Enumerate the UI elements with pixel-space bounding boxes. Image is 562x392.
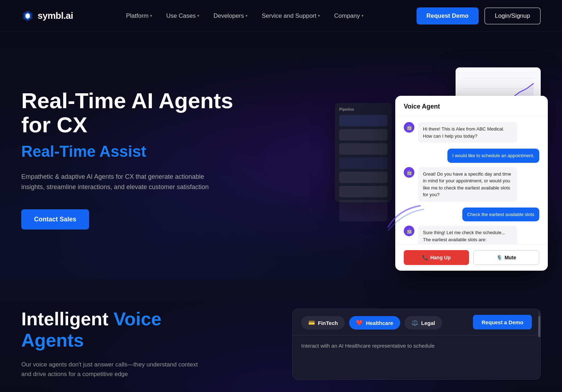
mic-icon: 🎙️ xyxy=(496,255,502,260)
hang-up-button[interactable]: 📞 Hang Up xyxy=(404,250,469,265)
request-demo-button[interactable]: Request Demo xyxy=(417,7,479,24)
scrollbar xyxy=(538,309,540,335)
heart-icon: ❤️ xyxy=(356,320,363,326)
mute-button[interactable]: 🎙️ Mute xyxy=(473,250,539,265)
agent-avatar: 🤖 xyxy=(404,167,414,178)
voice-agent-title: Voice Agent xyxy=(404,103,539,110)
section2-description: Our voice agents don't just answer calls… xyxy=(21,360,206,379)
tab-fintech[interactable]: 💳 FinTech xyxy=(301,316,345,330)
header-actions: Request Demo Login/Signup xyxy=(417,7,541,24)
nav-developers[interactable]: Developers ▾ xyxy=(208,10,253,22)
nav-service-support[interactable]: Service and Support ▾ xyxy=(256,10,326,22)
section2-left: Intelligent Voice Agents Our voice agent… xyxy=(21,309,206,379)
header: symbl.ai Platform ▾ Use Cases ▾ Develope… xyxy=(0,0,562,32)
section2: Intelligent Voice Agents Our voice agent… xyxy=(0,280,562,392)
hero-section: Real-Time AI Agents for CX Real-Time Ass… xyxy=(0,32,562,280)
logo[interactable]: symbl.ai xyxy=(21,10,73,22)
hero-left: Real-Time AI Agents for CX Real-Time Ass… xyxy=(21,67,241,230)
hero-description: Empathetic & adaptive AI Agents for CX t… xyxy=(21,172,220,192)
chevron-down-icon: ▾ xyxy=(362,13,364,18)
main-nav: Platform ▾ Use Cases ▾ Developers ▾ Serv… xyxy=(120,10,369,22)
tab-healthcare[interactable]: ❤️ Healthcare xyxy=(349,316,400,330)
demo-tabs: 💳 FinTech ❤️ Healthcare ⚖️ Legal Request… xyxy=(293,309,540,336)
scrollbar-thumb xyxy=(538,316,540,337)
demo-card-body: Interact with an AI Healthcare represent… xyxy=(293,336,540,356)
hero-title: Real-Time AI Agents for CX xyxy=(21,89,241,137)
scales-icon: ⚖️ xyxy=(412,320,418,326)
logo-icon xyxy=(21,10,34,22)
login-signup-button[interactable]: Login/Signup xyxy=(484,7,541,24)
agent-bubble: Hi there! This is Alex from ABC Medical.… xyxy=(418,122,517,143)
user-bubble: Check the earliest available slots xyxy=(462,208,539,222)
chevron-down-icon: ▾ xyxy=(246,13,248,18)
nav-company[interactable]: Company ▾ xyxy=(329,10,369,22)
contact-sales-button[interactable]: Contact Sales xyxy=(21,209,89,230)
agent-bubble: Sure thing! Let me check the schedule...… xyxy=(418,226,517,244)
sidebar-list-card: Pipeline xyxy=(335,103,392,202)
demo-card: 💳 FinTech ❤️ Healthcare ⚖️ Legal Request… xyxy=(292,309,541,380)
nav-use-cases[interactable]: Use Cases ▾ xyxy=(161,10,205,22)
message-row: I would like to schedule an appointment. xyxy=(404,149,539,163)
nav-platform[interactable]: Platform ▾ xyxy=(120,10,158,22)
message-row: 🤖 Great! Do you have a specific day and … xyxy=(404,167,539,202)
voice-agent-header: Voice Agent xyxy=(395,96,548,116)
agent-avatar: 🤖 xyxy=(404,122,414,133)
section2-right: 💳 FinTech ❤️ Healthcare ⚖️ Legal Request… xyxy=(227,309,541,380)
user-bubble: I would like to schedule an appointment. xyxy=(447,149,539,163)
hero-subtitle: Real-Time Assist xyxy=(21,143,241,160)
hero-right: Pipeline Voice Agent 🤖 Hi there! This is… xyxy=(335,67,541,252)
chevron-down-icon: ▾ xyxy=(318,13,320,18)
phone-icon: 📞 xyxy=(422,255,428,260)
request-demo-button[interactable]: Request a Demo xyxy=(473,315,532,330)
voice-agent-footer: 📞 Hang Up 🎙️ Mute xyxy=(395,244,548,271)
decorative-curves xyxy=(385,202,427,231)
fintech-icon: 💳 xyxy=(308,320,315,326)
tab-legal[interactable]: ⚖️ Legal xyxy=(404,316,442,330)
message-row: 🤖 Hi there! This is Alex from ABC Medica… xyxy=(404,122,539,143)
voice-agent-card: Voice Agent 🤖 Hi there! This is Alex fro… xyxy=(395,96,548,271)
section2-title: Intelligent Voice Agents xyxy=(21,309,206,351)
logo-text: symbl.ai xyxy=(38,10,73,21)
agent-bubble: Great! Do you have a specific day and ti… xyxy=(418,167,517,202)
chevron-down-icon: ▾ xyxy=(197,13,199,18)
chevron-down-icon: ▾ xyxy=(150,13,152,18)
